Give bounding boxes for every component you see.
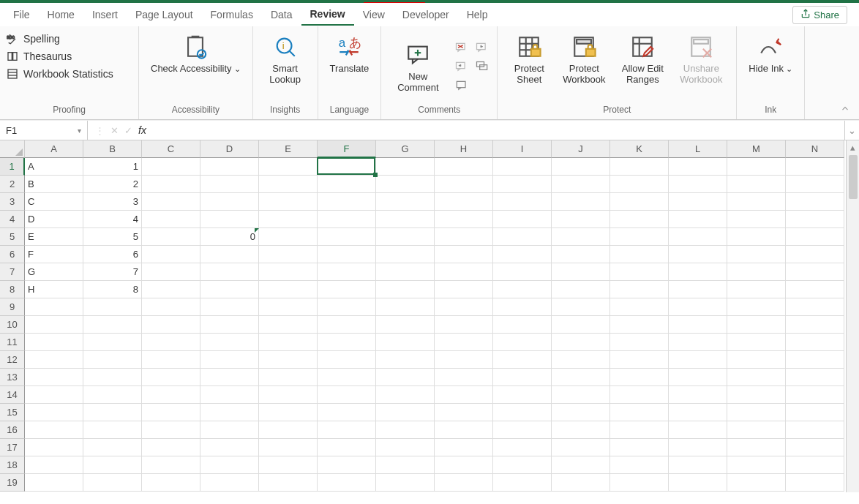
cell-K1[interactable] (610, 158, 669, 176)
cell-K11[interactable] (610, 334, 669, 351)
cell-L17[interactable] (669, 439, 727, 456)
cell-N17[interactable] (786, 439, 844, 456)
cell-D17[interactable] (200, 439, 259, 456)
tab-file[interactable]: File (4, 4, 39, 25)
cell-L18[interactable] (669, 456, 727, 474)
cell-M1[interactable] (727, 158, 786, 176)
cell-M7[interactable] (727, 263, 786, 281)
cell-I16[interactable] (493, 421, 552, 439)
cell-A8[interactable]: H (25, 281, 83, 298)
cell-N13[interactable] (786, 369, 844, 386)
cell-K16[interactable] (610, 421, 669, 439)
scrollbar-thumb[interactable] (849, 155, 858, 199)
column-header-E[interactable]: E (259, 140, 318, 158)
cell-K19[interactable] (610, 474, 669, 492)
cell-E1[interactable] (259, 158, 318, 176)
cell-G2[interactable] (376, 176, 435, 193)
cell-J14[interactable] (552, 386, 610, 404)
name-box[interactable]: F1 ▾ (0, 121, 88, 140)
new-comment-button[interactable]: New Comment (387, 39, 449, 96)
cell-M3[interactable] (727, 193, 786, 211)
cell-H12[interactable] (435, 351, 493, 369)
cell-J18[interactable] (552, 456, 610, 474)
cell-B16[interactable] (83, 421, 142, 439)
cell-I2[interactable] (493, 176, 552, 193)
cell-I3[interactable] (493, 193, 552, 211)
cell-A19[interactable] (25, 474, 83, 492)
cell-G6[interactable] (376, 246, 435, 263)
cell-C5[interactable] (142, 228, 200, 246)
cell-H16[interactable] (435, 421, 493, 439)
cell-M6[interactable] (727, 246, 786, 263)
row-header-10[interactable]: 10 (0, 316, 25, 334)
cell-F13[interactable] (318, 369, 376, 386)
cell-E9[interactable] (259, 298, 318, 316)
cell-C4[interactable] (142, 211, 200, 228)
cell-L2[interactable] (669, 176, 727, 193)
name-box-dropdown-icon[interactable]: ▾ (78, 127, 81, 135)
cell-D3[interactable] (200, 193, 259, 211)
cell-N15[interactable] (786, 404, 844, 421)
cell-K15[interactable] (610, 404, 669, 421)
cell-D14[interactable] (200, 386, 259, 404)
cell-E13[interactable] (259, 369, 318, 386)
cell-F7[interactable] (318, 263, 376, 281)
cell-M13[interactable] (727, 369, 786, 386)
cell-H13[interactable] (435, 369, 493, 386)
cell-N6[interactable] (786, 246, 844, 263)
cell-B13[interactable] (83, 369, 142, 386)
cell-H7[interactable] (435, 263, 493, 281)
cell-A10[interactable] (25, 316, 83, 334)
cell-L3[interactable] (669, 193, 727, 211)
show-comments-button[interactable] (473, 59, 491, 76)
cell-H15[interactable] (435, 404, 493, 421)
cell-L19[interactable] (669, 474, 727, 492)
cell-D7[interactable] (200, 263, 259, 281)
row-header-9[interactable]: 9 (0, 298, 25, 316)
cell-I15[interactable] (493, 404, 552, 421)
cell-F15[interactable] (318, 404, 376, 421)
cell-N19[interactable] (786, 474, 844, 492)
cell-G3[interactable] (376, 193, 435, 211)
cell-G15[interactable] (376, 404, 435, 421)
cell-B11[interactable] (83, 334, 142, 351)
cell-G1[interactable] (376, 158, 435, 176)
tab-review[interactable]: Review (301, 4, 354, 26)
cell-F5[interactable] (318, 228, 376, 246)
cell-D13[interactable] (200, 369, 259, 386)
cell-J19[interactable] (552, 474, 610, 492)
cell-I14[interactable] (493, 386, 552, 404)
cell-K18[interactable] (610, 456, 669, 474)
cell-G7[interactable] (376, 263, 435, 281)
cell-A4[interactable]: D (25, 211, 83, 228)
cell-H5[interactable] (435, 228, 493, 246)
cell-C18[interactable] (142, 456, 200, 474)
cell-D5[interactable]: 0 (200, 228, 259, 246)
tab-help[interactable]: Help (458, 4, 497, 25)
cell-B1[interactable]: 1 (83, 158, 142, 176)
tab-developer[interactable]: Developer (394, 4, 458, 25)
cell-C15[interactable] (142, 404, 200, 421)
cell-J7[interactable] (552, 263, 610, 281)
cell-H3[interactable] (435, 193, 493, 211)
cell-J2[interactable] (552, 176, 610, 193)
cell-E6[interactable] (259, 246, 318, 263)
protect-sheet-button[interactable]: Protect Sheet (503, 31, 555, 88)
cell-C2[interactable] (142, 176, 200, 193)
next-comment-button[interactable] (453, 59, 470, 76)
cell-K17[interactable] (610, 439, 669, 456)
cell-L1[interactable] (669, 158, 727, 176)
cell-B17[interactable] (83, 439, 142, 456)
cell-H10[interactable] (435, 316, 493, 334)
cell-K14[interactable] (610, 386, 669, 404)
column-header-M[interactable]: M (727, 140, 786, 158)
cell-I9[interactable] (493, 298, 552, 316)
cell-D12[interactable] (200, 351, 259, 369)
tab-insert[interactable]: Insert (83, 4, 127, 25)
tab-home[interactable]: Home (39, 4, 83, 25)
cell-F6[interactable] (318, 246, 376, 263)
cell-H9[interactable] (435, 298, 493, 316)
cell-L5[interactable] (669, 228, 727, 246)
cell-M8[interactable] (727, 281, 786, 298)
cell-D18[interactable] (200, 456, 259, 474)
